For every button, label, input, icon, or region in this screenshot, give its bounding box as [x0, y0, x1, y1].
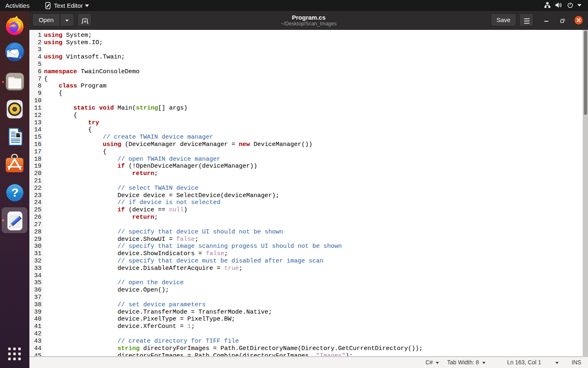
svg-text:?: ? — [11, 186, 18, 199]
